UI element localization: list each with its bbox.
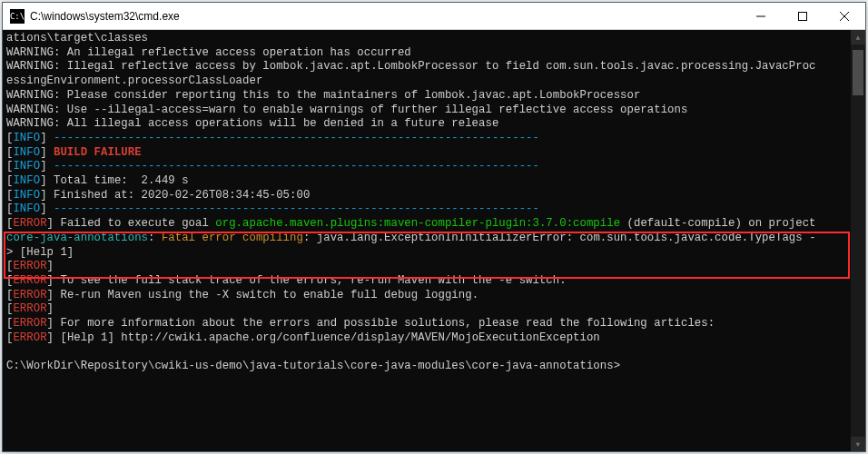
bracket: ] xyxy=(40,202,54,215)
info-tag: INFO xyxy=(13,174,40,187)
prompt[interactable]: C:\WorkDir\Repository\cwiki-us-demo\java… xyxy=(6,360,620,372)
bracket: ] xyxy=(47,274,61,287)
out-line: essingEnvironment.processorClassLoader xyxy=(6,74,262,87)
help-link: [Help 1] http://cwiki.apache.org/conflue… xyxy=(60,331,599,344)
out-line: WARNING: All illegal access operations w… xyxy=(6,117,498,130)
scroll-thumb[interactable] xyxy=(853,50,863,95)
total-time: Total time: 2.449 s xyxy=(54,174,189,187)
minimize-button[interactable] xyxy=(740,3,782,29)
bracket: ] xyxy=(40,146,54,159)
err-text: - xyxy=(803,232,816,244)
out-line: ations\target\classes xyxy=(6,32,148,44)
close-button[interactable] xyxy=(824,3,865,29)
bracket: ] xyxy=(47,317,61,330)
dashes: ----------------------------------------… xyxy=(54,160,539,173)
cmd-window: C:\ C:\windows\system32\cmd.exe ations\t… xyxy=(2,2,866,452)
window-title: C:\windows\system32\cmd.exe xyxy=(30,10,740,23)
dashes: ----------------------------------------… xyxy=(54,202,539,215)
err-reason: Fatal error compiling xyxy=(162,232,303,244)
bracket: ] xyxy=(47,260,61,272)
cmd-icon: C:\ xyxy=(10,9,25,24)
bracket: ] xyxy=(40,160,54,173)
bracket: ] xyxy=(47,331,61,344)
err-text: Re-run Maven using the -X switch to enab… xyxy=(60,289,478,301)
help-ref: > [Help 1] xyxy=(6,246,74,259)
svg-rect-1 xyxy=(799,12,807,20)
project-name: core-java-annotations xyxy=(6,232,148,244)
err-text: (default-compile) on project xyxy=(620,217,823,230)
scroll-down-button[interactable]: ▼ xyxy=(851,437,865,451)
bracket: ] xyxy=(40,189,54,202)
window-controls xyxy=(740,3,865,29)
out-line: WARNING: An illegal reflective access op… xyxy=(6,46,411,59)
bracket: ] xyxy=(40,174,54,187)
info-tag: INFO xyxy=(13,160,40,173)
err-text: To see the full stack trace of the error… xyxy=(60,274,566,287)
error-tag: ERROR xyxy=(13,274,46,287)
maximize-button[interactable] xyxy=(782,3,824,29)
titlebar[interactable]: C:\ C:\windows\system32\cmd.exe xyxy=(3,3,865,30)
error-tag: ERROR xyxy=(13,317,46,330)
plugin-name: org.apache.maven.plugins:maven-compiler-… xyxy=(215,217,620,230)
out-line: WARNING: Illegal reflective access by lo… xyxy=(6,60,816,73)
err-text: : xyxy=(148,232,162,244)
info-tag: INFO xyxy=(13,189,40,202)
err-text: For more information about the errors an… xyxy=(60,317,715,330)
bracket: ] xyxy=(40,132,54,144)
build-failure: BUILD FAILURE xyxy=(54,146,142,159)
error-tag: ERROR xyxy=(13,260,46,272)
dashes: ----------------------------------------… xyxy=(54,132,539,144)
bracket: ] xyxy=(47,217,61,230)
bracket: ] xyxy=(47,302,61,315)
scrollbar[interactable]: ▲ ▼ xyxy=(851,30,865,451)
finished-at: Finished at: 2020-02-26T08:34:45-05:00 xyxy=(54,189,310,202)
err-text: Failed to execute goal xyxy=(60,217,215,230)
scroll-up-button[interactable]: ▲ xyxy=(851,30,865,44)
info-tag: INFO xyxy=(13,132,40,144)
error-tag: ERROR xyxy=(13,331,46,344)
out-line: WARNING: Use --illegal-access=warn to en… xyxy=(6,104,687,116)
error-tag: ERROR xyxy=(13,217,46,230)
err-text: : java.lang.ExceptionInInitializerError:… xyxy=(303,232,803,244)
terminal-area: ations\target\classes WARNING: An illega… xyxy=(3,30,865,451)
error-tag: ERROR xyxy=(13,302,46,315)
error-tag: ERROR xyxy=(13,289,46,301)
info-tag: INFO xyxy=(13,202,40,215)
bracket: ] xyxy=(47,289,61,301)
terminal-output[interactable]: ations\target\classes WARNING: An illega… xyxy=(3,30,851,451)
info-tag: INFO xyxy=(13,146,40,159)
out-line: WARNING: Please consider reporting this … xyxy=(6,89,640,102)
